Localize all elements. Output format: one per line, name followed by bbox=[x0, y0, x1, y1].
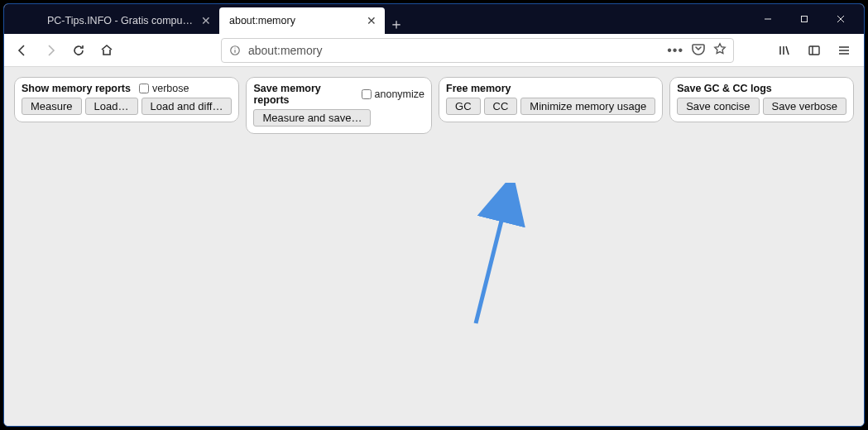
panel-title: Show memory reports bbox=[22, 83, 131, 94]
panel-title: Free memory bbox=[446, 83, 511, 94]
close-window-button[interactable] bbox=[822, 6, 859, 32]
svg-line-9 bbox=[786, 46, 789, 55]
url-actions: ••• bbox=[667, 42, 728, 58]
measure-button[interactable]: Measure bbox=[22, 98, 82, 115]
new-tab-button[interactable]: ＋ bbox=[385, 14, 408, 34]
svg-rect-10 bbox=[809, 46, 819, 55]
window-controls bbox=[750, 4, 864, 34]
save-concise-button[interactable]: Save concise bbox=[677, 98, 759, 115]
pocket-icon[interactable] bbox=[692, 42, 705, 58]
panel-show-memory-reports: Show memory reports verbose Measure Load… bbox=[14, 77, 239, 122]
close-icon[interactable]: ✕ bbox=[199, 14, 213, 27]
measure-and-save-button[interactable]: Measure and save… bbox=[253, 109, 371, 127]
minimize-button[interactable] bbox=[750, 6, 786, 32]
svg-rect-1 bbox=[802, 17, 808, 22]
site-info-icon[interactable] bbox=[227, 42, 243, 59]
minimize-memory-button[interactable]: Minimize memory usage bbox=[520, 98, 655, 115]
annotation-arrow-icon bbox=[443, 183, 542, 332]
toolbar-right bbox=[773, 39, 859, 62]
anonymize-checkbox[interactable]: anonymize bbox=[362, 88, 424, 100]
tab-about-memory[interactable]: about:memory ✕ bbox=[219, 7, 385, 34]
sidebar-icon[interactable] bbox=[803, 39, 826, 62]
gc-button[interactable]: GC bbox=[446, 98, 481, 115]
svg-point-6 bbox=[234, 47, 235, 48]
panel-title: Save GC & CC logs bbox=[677, 83, 772, 94]
tab-label: PC-Tips.INFO - Gratis computer tips bbox=[47, 15, 194, 26]
menu-icon[interactable] bbox=[832, 39, 856, 62]
titlebar: PC-Tips.INFO - Gratis computer tips ✕ ab… bbox=[4, 4, 864, 34]
panel-save-memory-reports: Save memory reports anonymize Measure an… bbox=[246, 77, 432, 134]
page-content: Show memory reports verbose Measure Load… bbox=[4, 67, 864, 426]
url-text[interactable]: about:memory bbox=[243, 44, 667, 57]
reload-button[interactable] bbox=[65, 37, 92, 64]
verbose-checkbox[interactable]: verbose bbox=[139, 83, 189, 94]
svg-line-15 bbox=[476, 198, 507, 323]
maximize-button[interactable] bbox=[786, 6, 822, 32]
save-verbose-button[interactable]: Save verbose bbox=[763, 98, 847, 115]
close-icon[interactable]: ✕ bbox=[365, 14, 378, 27]
panel-title: Save memory reports bbox=[253, 83, 352, 106]
load-and-diff-button[interactable]: Load and diff… bbox=[141, 98, 233, 115]
anonymize-checkbox-input[interactable] bbox=[362, 89, 372, 99]
tab-label: about:memory bbox=[229, 15, 360, 26]
panel-save-gc-cc-logs: Save GC & CC logs Save concise Save verb… bbox=[669, 77, 854, 122]
checkbox-label: verbose bbox=[152, 83, 189, 94]
home-button[interactable] bbox=[94, 37, 120, 64]
load-button[interactable]: Load… bbox=[85, 98, 138, 115]
bookmark-star-icon[interactable] bbox=[713, 42, 727, 58]
panels-row: Show memory reports verbose Measure Load… bbox=[14, 77, 854, 134]
navbar: about:memory ••• bbox=[4, 34, 864, 67]
browser-window: PC-Tips.INFO - Gratis computer tips ✕ ab… bbox=[3, 3, 865, 427]
url-bar[interactable]: about:memory ••• bbox=[221, 38, 734, 63]
verbose-checkbox-input[interactable] bbox=[139, 84, 149, 93]
page-actions-icon[interactable]: ••• bbox=[667, 43, 683, 58]
tab-pc-tips[interactable]: PC-Tips.INFO - Gratis computer tips ✕ bbox=[37, 7, 219, 34]
tab-strip: PC-Tips.INFO - Gratis computer tips ✕ ab… bbox=[4, 4, 408, 34]
cc-button[interactable]: CC bbox=[484, 98, 518, 115]
back-button[interactable] bbox=[9, 37, 36, 64]
checkbox-label: anonymize bbox=[375, 88, 424, 100]
panel-free-memory: Free memory GC CC Minimize memory usage bbox=[439, 77, 663, 122]
forward-button[interactable] bbox=[37, 37, 64, 64]
library-icon[interactable] bbox=[773, 39, 796, 62]
